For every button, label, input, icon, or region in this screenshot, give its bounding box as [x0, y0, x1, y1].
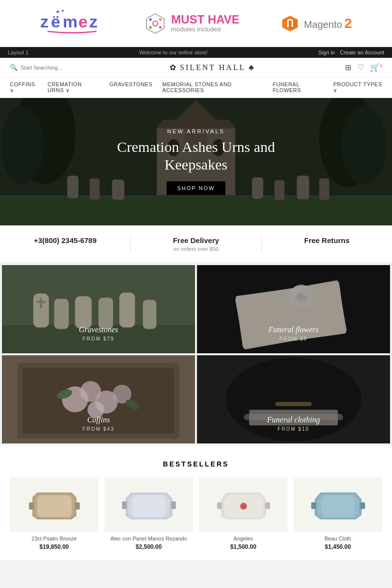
- must-have-badge: MUST HAVE modules included: [145, 13, 240, 34]
- product-card-1[interactable]: 23ct Psalm Bronze $19,850.00: [10, 478, 98, 550]
- svg-point-10: [159, 18, 162, 21]
- hero-subtitle: NEW ARRIVALS: [113, 128, 279, 134]
- svg-rect-74: [217, 502, 222, 509]
- nav-funeral-flowers[interactable]: FUNERAL FLOWERS: [272, 81, 323, 94]
- header: 🔍 ✿ SILENT HALL ♣ ⊞ ♡ 🛒0: [0, 58, 392, 77]
- product-name-1: 23ct Psalm Bronze: [10, 536, 98, 541]
- feature-phone: +3(800) 2345-6789: [0, 236, 131, 252]
- product-image-4: [294, 478, 382, 532]
- svg-rect-75: [265, 502, 270, 509]
- create-account-link[interactable]: Create an Account: [340, 49, 384, 55]
- nav-gravestones[interactable]: GRAVESTONES: [109, 81, 152, 94]
- svg-point-12: [159, 26, 162, 28]
- hero-title: Cremation Ashes Urns and Keepsakes: [113, 138, 279, 173]
- svg-rect-78: [311, 502, 316, 509]
- header-icons: ⊞ ♡ 🛒0: [345, 63, 382, 72]
- product-image-3: [199, 478, 288, 532]
- svg-rect-79: [360, 502, 365, 509]
- svg-point-77: [242, 504, 245, 508]
- nav-coffins[interactable]: COFFINS ∨: [10, 81, 38, 94]
- product-price-4: $1,450.00: [294, 543, 382, 550]
- svg-text:z: z: [89, 12, 98, 31]
- features-bar: +3(800) 2345-6789 Free Delivery on order…: [0, 225, 392, 263]
- product-price-3: $1,500.00: [199, 543, 288, 550]
- category-gravestones[interactable]: Gravestones FROM $79: [2, 265, 195, 353]
- category-coffins[interactable]: Coffins FROM $43: [2, 355, 195, 443]
- site-wrapper: Layout 1 Welcome to our online store! Si…: [0, 47, 392, 560]
- product-card-4[interactable]: Beau Cloth $1,450.00: [294, 478, 382, 550]
- svg-point-6: [62, 10, 64, 12]
- nav-memorial[interactable]: MEMORIAL STONES AND ACCESSORIES: [162, 81, 263, 94]
- svg-marker-7: [147, 14, 164, 33]
- svg-rect-71: [75, 502, 80, 510]
- coffins-info: Coffins FROM $43: [83, 416, 115, 443]
- funeral-flowers-info: Funeral flowers FROM $8: [269, 325, 319, 353]
- must-have-title: MUST HAVE: [171, 14, 240, 25]
- svg-point-8: [153, 21, 158, 26]
- product-price-1: $19,850.00: [10, 543, 98, 550]
- product-card-3[interactable]: Angeles $1,500.00: [199, 478, 288, 550]
- svg-text:ë: ë: [51, 12, 60, 31]
- nav-product-types[interactable]: PRODUCT TYPES ∨: [333, 81, 382, 94]
- products-grid: 23ct Psalm Bronze $19,850.00 Alec con Pa…: [10, 478, 382, 550]
- svg-text:m: m: [63, 12, 77, 31]
- zemes-logo[interactable]: z ë m e z: [40, 9, 104, 38]
- svg-rect-72: [122, 501, 127, 509]
- hero-section: NEW ARRIVALS Cremation Ashes Urns and Ke…: [0, 98, 392, 225]
- cart-icon[interactable]: 🛒0: [370, 63, 382, 72]
- category-funeral-clothing[interactable]: Funeral clothing FROM $10: [197, 355, 390, 443]
- gravestones-info: Gravestones FROM $79: [79, 325, 118, 353]
- wishlist-icon[interactable]: ♡: [357, 63, 364, 72]
- magento-text: Magento: [304, 19, 342, 30]
- product-name-4: Beau Cloth: [294, 536, 382, 541]
- magento-logo: Magento 2: [280, 14, 352, 33]
- feature-delivery: Free Delivery on orders over $50: [131, 236, 262, 252]
- bestsellers-section: BESTSELLERS 23ct Psalm Bronz: [0, 445, 392, 560]
- svg-rect-70: [29, 502, 34, 510]
- svg-rect-73: [171, 501, 176, 509]
- svg-point-11: [149, 26, 152, 28]
- svg-point-9: [149, 18, 152, 21]
- product-name-3: Angeles: [199, 536, 288, 541]
- svg-text:z: z: [40, 12, 49, 31]
- title-decoration-right: ♣: [248, 63, 255, 72]
- category-grid: Gravestones FROM $79: [0, 263, 392, 445]
- hero-content: NEW ARRIVALS Cremation Ashes Urns and Ke…: [113, 128, 279, 195]
- svg-text:e: e: [78, 12, 88, 31]
- funeral-clothing-info: Funeral clothing FROM $10: [267, 416, 320, 443]
- top-banner: z ë m e z MUST HAVE modules included: [0, 0, 392, 47]
- welcome-message: Welcome to our online store!: [139, 49, 208, 55]
- shop-now-button[interactable]: SHOP NOW: [167, 181, 226, 195]
- search-input[interactable]: [21, 65, 79, 71]
- product-price-2: $2,500.00: [104, 543, 193, 550]
- product-name-2: Alec con Panel Manos Rezando: [104, 536, 193, 541]
- compare-icon[interactable]: ⊞: [345, 63, 351, 72]
- nav-bar: COFFINS ∨ CREMATION URNS ∨ GRAVESTONES M…: [0, 77, 392, 98]
- product-card-2[interactable]: Alec con Panel Manos Rezando $2,500.00: [104, 478, 193, 550]
- layout-selector[interactable]: Layout 1: [8, 49, 28, 55]
- search-bar[interactable]: 🔍: [10, 64, 79, 71]
- product-image-2: [104, 478, 193, 532]
- title-decoration-left: ✿: [170, 63, 177, 72]
- nav-cremation-urns[interactable]: CREMATION URNS ∨: [48, 81, 99, 94]
- feature-returns: Free Returns: [262, 236, 392, 252]
- category-funeral-flowers[interactable]: Funeral flowers FROM $8: [197, 265, 390, 353]
- search-icon: 🔍: [10, 64, 18, 71]
- magento-version: 2: [344, 16, 352, 31]
- bestsellers-title: BESTSELLERS: [10, 460, 382, 468]
- product-image-1: [10, 478, 98, 532]
- signin-link[interactable]: Sign in: [318, 49, 335, 55]
- must-have-subtitle: modules included: [171, 25, 240, 33]
- svg-point-5: [56, 11, 59, 13]
- top-bar: Layout 1 Welcome to our online store! Si…: [0, 47, 392, 58]
- site-title: ✿ SILENT HALL ♣: [170, 63, 255, 72]
